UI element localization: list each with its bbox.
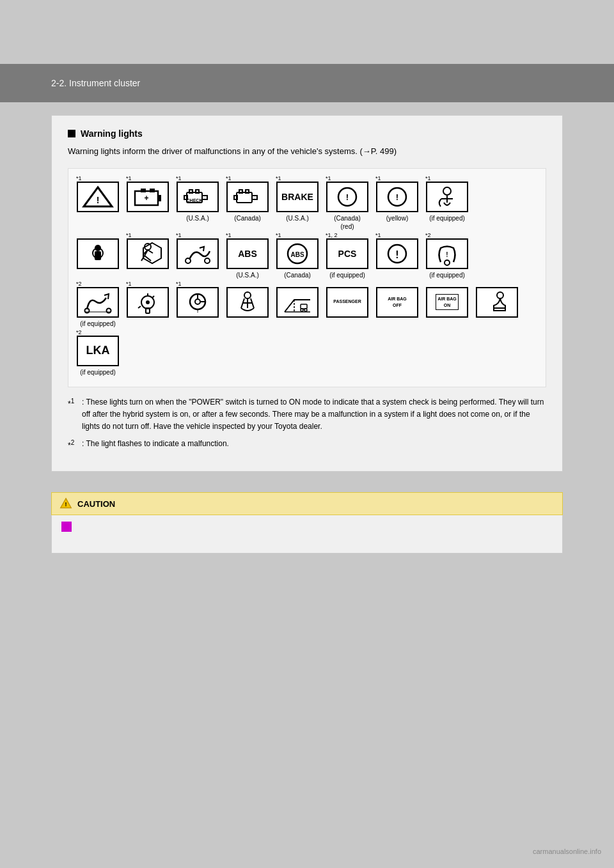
brake-circle-yellow-icon: !: [381, 185, 413, 209]
icon-cell-passenger: PASSENGER: [323, 282, 372, 320]
caution-label: CAUTION: [77, 499, 115, 509]
abs-circle-icon: ABS: [281, 242, 313, 266]
icon-box-check: CHECK: [177, 182, 219, 212]
icon-box-pedestrian: [127, 238, 169, 269]
icon-cell-exclaim-circle: *1 !: [373, 233, 421, 271]
icon-row-2: *1 *1: [74, 233, 540, 279]
caution-triangle-icon: !: [59, 497, 72, 510]
eps-icon: [132, 290, 164, 314]
caution-band: ! CAUTION: [51, 492, 563, 515]
svg-line-33: [148, 250, 153, 253]
seatbelt-equipped-icon: [431, 185, 463, 209]
icon-cell-check: *1 CHECK (U.S.A.): [173, 176, 222, 222]
brake-text-label: BRAKE: [281, 192, 313, 202]
footnote-1-text: : These lights turn on when the "POWER" …: [82, 398, 544, 431]
icon-cell-slip: *1: [173, 233, 222, 271]
svg-text:!: !: [97, 195, 100, 205]
warning-triangle-icon: !: [82, 185, 114, 209]
icon-cell-abs-usa: *1 ABS (U.S.A.): [223, 233, 272, 279]
svg-point-53: [195, 299, 200, 304]
svg-point-67: [497, 292, 503, 298]
icon-cell-seatbelt-equipped: *1 (if equipped): [423, 176, 471, 222]
section-title: 2-2. Instrument cluster: [51, 78, 140, 88]
icon-cell-pcs: *1, 2 PCS (if equipped): [323, 233, 372, 279]
svg-rect-3: [158, 195, 161, 201]
hill-descent-icon: [281, 290, 313, 314]
icon-box-brake-canada-red: !: [326, 182, 368, 212]
power-steering-icon: !: [182, 290, 214, 314]
traction-control-icon: [82, 290, 114, 314]
icon-box-srs: [77, 238, 119, 269]
svg-rect-14: [252, 196, 257, 199]
pcs-text-label: PCS: [338, 249, 357, 259]
icon-box-abs-usa: ABS: [226, 238, 269, 269]
icon-box-seatbelt2: [226, 287, 269, 318]
warning-intro-text: Warning lights inform the driver of malf…: [68, 145, 546, 158]
icon-box-airbag-off: AIR BAGOFF: [376, 287, 418, 318]
brake-circle-red-icon: !: [331, 185, 363, 209]
svg-rect-64: [301, 304, 307, 309]
icon-cell-traction: *2 (if equipped): [74, 282, 122, 328]
svg-point-65: [301, 309, 303, 311]
svg-rect-4: [141, 189, 146, 192]
airbag-on-label: AIR BAGON: [436, 294, 459, 309]
svg-rect-8: [202, 196, 207, 199]
warning-lights-header: Warning lights: [68, 128, 546, 139]
footnotes-section: *1 : These lights turn on when the "POWE…: [68, 396, 546, 451]
icon-box-traction: [77, 287, 119, 318]
icon-cell-lka: *2 LKA (if equipped): [74, 330, 122, 376]
icon-cell-person: [473, 282, 521, 320]
icon-cell-hill-descent: [273, 282, 322, 320]
airbag-off-label: AIR BAGOFF: [388, 296, 407, 307]
icon-row-4: *2 LKA (if equipped): [74, 330, 540, 376]
battery-icon: +: [132, 185, 164, 209]
svg-text:!: !: [197, 308, 199, 314]
icon-cell-abs-canada: *1 ABS (Canada): [273, 233, 322, 279]
icons-grid: *1 ! *1 +: [68, 168, 546, 387]
svg-rect-9: [189, 190, 193, 193]
svg-point-22: [443, 187, 451, 195]
icon-cell-tpms: *2 ! (if equipped): [423, 233, 471, 279]
svg-rect-13: [237, 192, 252, 203]
footnote-2-text: : The light flashes to indicate a malfun…: [82, 439, 229, 448]
svg-text:ABS: ABS: [290, 251, 304, 258]
svg-text:!: !: [395, 249, 398, 260]
abs-text-label: ABS: [238, 249, 257, 259]
svg-text:!: !: [346, 192, 349, 202]
icon-cell-pedestrian: *1: [123, 233, 172, 271]
icon-box-tpms: !: [426, 238, 468, 269]
icon-box-passenger: PASSENGER: [326, 287, 368, 318]
seatbelt2-icon: [232, 290, 264, 314]
caution-content-area: [51, 515, 563, 554]
icon-box-slip: [177, 238, 219, 269]
icon-box-exclaim-circle: !: [376, 238, 418, 269]
engine-canada-icon: [232, 185, 264, 209]
svg-line-49: [152, 296, 154, 298]
icon-cell-brake-usa: *1 BRAKE (U.S.A.): [273, 176, 322, 222]
svg-text:!: !: [396, 192, 398, 202]
icon-cell-srs: [74, 233, 122, 271]
main-content-box: Warning lights Warning lights inform the…: [51, 115, 563, 472]
icon-box-battery: +: [127, 182, 169, 212]
svg-point-41: [445, 260, 450, 265]
exclaim-circle-icon: !: [381, 242, 413, 266]
svg-text:!: !: [65, 501, 67, 508]
person-seated-icon: [481, 290, 513, 314]
icon-box-power-steering: !: [177, 287, 219, 318]
icon-box-airbag-on: AIR BAGON: [426, 287, 468, 318]
icon-box-person: [476, 287, 518, 318]
check-engine-usa-icon: CHECK: [182, 185, 214, 209]
footnote-2: *2 : The light flashes to indicate a mal…: [68, 438, 546, 450]
icon-cell-power-steering: *1 !: [173, 282, 222, 320]
icon-cell-seatbelt2: [223, 282, 272, 320]
icon-box-lka: LKA: [77, 336, 119, 366]
svg-text:!: !: [446, 251, 448, 258]
icon-box-warning: !: [77, 182, 119, 212]
svg-rect-10: [196, 190, 199, 193]
icon-cell-airbag-off: AIR BAGOFF: [373, 282, 421, 320]
icon-box-brake-yellow: !: [376, 182, 418, 212]
svg-text:+: +: [144, 194, 148, 203]
svg-point-66: [304, 309, 307, 311]
icon-cell-airbag-on: AIR BAGON: [423, 282, 471, 320]
icon-cell-eps: *1: [123, 282, 172, 320]
